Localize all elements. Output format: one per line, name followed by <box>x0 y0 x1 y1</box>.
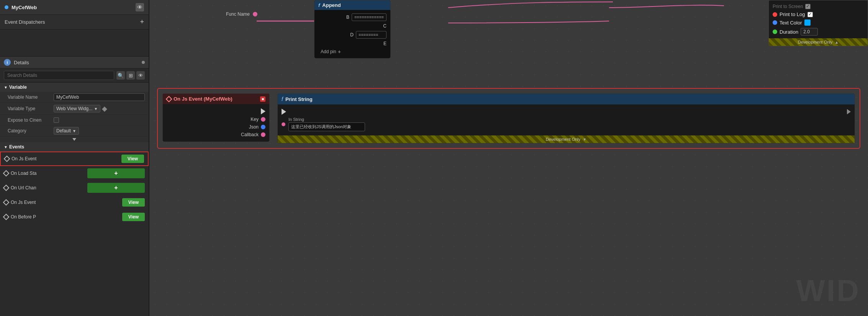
view-button-2[interactable]: View <box>122 198 145 207</box>
events-section: ▼ Events On Js Event View On Load Sta + … <box>0 142 149 316</box>
event-name-3: On Url Chan <box>11 185 85 191</box>
event-diamond-3 <box>3 184 10 191</box>
onjs-key-pin <box>261 117 265 122</box>
variable-type-dropdown[interactable]: Web View Widg... ▼ <box>54 105 100 112</box>
add-pin-plus: + <box>338 49 341 55</box>
onjs-json-label: Json <box>249 124 259 130</box>
add-dispatcher-button[interactable]: + <box>140 18 144 26</box>
pin-b-field[interactable]: ============ <box>352 13 387 21</box>
print-instring-row: In String 这里已经收到JS调用的Json对象 <box>282 116 851 132</box>
eye-icon[interactable]: 👁 <box>136 3 144 11</box>
view-button-1[interactable]: View <box>121 155 144 163</box>
mycefweb-dot <box>5 5 8 9</box>
print-log-pin <box>773 12 777 17</box>
event-item-onurl[interactable]: On Url Chan + <box>0 181 149 195</box>
print-string-func-icon: f <box>282 96 283 102</box>
variable-type-label: Variable Type <box>8 106 54 111</box>
print-string-header: f Print String <box>278 94 855 104</box>
duration-pin <box>773 29 777 34</box>
add-button-onurl[interactable]: + <box>87 183 145 193</box>
pin-c-label: C <box>383 23 387 29</box>
view-button-3[interactable]: View <box>122 213 145 221</box>
print-screen-label: Print to Screen <box>773 4 803 9</box>
print-instring-value[interactable]: 这里已经收到JS调用的Json对象 <box>288 122 365 131</box>
search-details-input[interactable] <box>4 71 114 80</box>
add-pin-label: Add pin <box>321 49 336 54</box>
print-string-title: Print String <box>285 96 313 102</box>
event-item-onload[interactable]: On Load Sta + <box>0 166 149 181</box>
append-header: f Append <box>314 0 390 10</box>
onjs-key-row: Key <box>167 116 265 123</box>
event-item-onbefore[interactable]: On Before P View <box>0 210 149 224</box>
variable-label: Variable <box>9 85 27 90</box>
category-dropdown[interactable]: Default ▼ <box>54 127 79 135</box>
dev-bar-triangle: ▲ <box>835 40 839 44</box>
events-triangle: ▼ <box>4 145 8 149</box>
events-label: Events <box>9 144 24 150</box>
panel-title: MyCefWeb <box>5 5 37 10</box>
search-bar: 🔍 ⊞ 👁 <box>0 68 149 83</box>
text-color-swatch[interactable] <box>804 20 811 26</box>
details-info-icon: i <box>4 59 11 66</box>
print-log-body: Print to Screen Print to Log Text Color … <box>769 0 868 38</box>
print-exec-out <box>847 109 851 114</box>
search-icon[interactable]: 🔍 <box>116 71 125 80</box>
section-caret <box>72 138 76 141</box>
add-button-onload[interactable]: + <box>87 168 145 178</box>
add-pin-button[interactable]: Add pin + <box>318 47 387 56</box>
duration-input[interactable] <box>801 28 818 36</box>
wid-watermark: WID <box>796 273 860 308</box>
onjs-diamond-icon <box>166 96 172 102</box>
print-dev-label: Development Only <box>546 137 581 142</box>
main-event-container: On Js Event (MyCefWeb) ■ Key Json <box>157 88 860 149</box>
append-pin-c: C <box>318 22 387 30</box>
print-log-dev-bar: Development Only ▲ <box>769 38 868 46</box>
print-screen-checkbox[interactable] <box>805 4 811 9</box>
expose-checkbox[interactable] <box>54 117 59 123</box>
onjs-callback-row: Callback <box>167 131 265 138</box>
text-color-label: Text Color <box>780 20 802 26</box>
text-color-row: Text Color <box>773 18 864 27</box>
main-canvas: Func Name f Append B ============ C D ==… <box>149 0 868 316</box>
dropdown-arrow: ▼ <box>94 107 98 111</box>
event-item-onjs2[interactable]: On Js Event View <box>0 195 149 210</box>
print-to-log-label: Print to Log <box>780 11 805 17</box>
event-diamond-2 <box>3 170 10 176</box>
grid-icon[interactable]: ⊞ <box>126 71 135 80</box>
onjs-exec-row <box>167 107 265 116</box>
print-log-checkbox[interactable] <box>807 12 813 17</box>
append-func-icon: f <box>318 2 320 8</box>
events-section-header[interactable]: ▼ Events <box>0 142 149 151</box>
print-to-log-row: Print to Log <box>773 10 864 18</box>
eye-filter-icon[interactable]: 👁 <box>136 71 145 80</box>
onjs-close-btn[interactable]: ■ <box>260 96 265 102</box>
search-icons: 🔍 ⊞ 👁 <box>116 71 145 80</box>
pin-e-label: E <box>383 41 387 46</box>
onjs-json-row: Json <box>167 123 265 131</box>
event-item-onjs-selected[interactable]: On Js Event View <box>0 151 149 166</box>
dispatchers-empty-area <box>0 29 149 56</box>
variable-type-row: Variable Type Web View Widg... ▼ ◆ <box>0 103 149 115</box>
pin-d-field[interactable]: ======== <box>356 31 387 39</box>
variable-triangle: ▼ <box>4 85 8 90</box>
expose-label: Expose to Cinen <box>8 117 54 123</box>
variable-name-input[interactable] <box>54 93 145 101</box>
details-section: i Details 🔍 ⊞ 👁 ▼ Variable Variable Name… <box>0 56 149 142</box>
append-node: f Append B ============ C D ======== E A… <box>314 0 391 59</box>
details-header: i Details <box>0 57 149 68</box>
caret-row <box>0 137 149 142</box>
variable-type-value: Web View Widg... <box>56 106 92 111</box>
onjs-body: Key Json Callback <box>163 104 269 142</box>
print-log-dev-label: Development Only <box>798 40 833 44</box>
pin-b-label: B <box>346 15 349 20</box>
onjs-header: On Js Event (MyCefWeb) ■ <box>163 94 269 104</box>
left-panel: MyCefWeb 👁 Event Dispatchers + i Details… <box>0 0 149 316</box>
print-exec-row <box>282 108 851 116</box>
print-instring-content: In String 这里已经收到JS调用的Json对象 <box>288 117 365 131</box>
duration-row: Duration <box>773 27 864 37</box>
onjs-title: On Js Event (MyCefWeb) <box>174 96 233 102</box>
details-dot <box>142 61 145 64</box>
append-title: Append <box>322 2 341 8</box>
expose-cinen-row: Expose to Cinen <box>0 115 149 125</box>
variable-section-header[interactable]: ▼ Variable <box>0 83 149 92</box>
